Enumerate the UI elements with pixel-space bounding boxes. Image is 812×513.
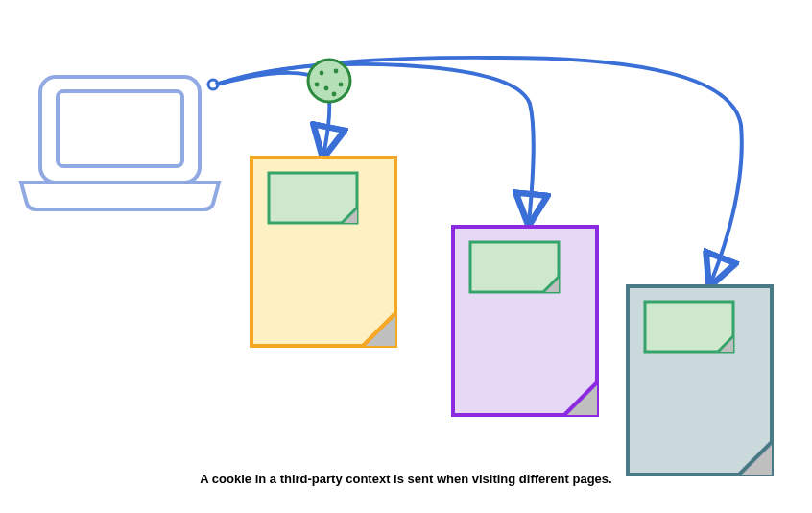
svg-point-4	[308, 60, 350, 102]
embedded-resource-3	[645, 302, 733, 352]
embedded-resource-1	[269, 173, 357, 223]
page-3	[628, 286, 772, 475]
svg-point-9	[332, 92, 337, 97]
page-1	[251, 158, 395, 346]
diagram-caption: A cookie in a third-party context is sen…	[0, 472, 812, 486]
svg-point-7	[339, 83, 344, 87]
svg-point-10	[315, 83, 320, 87]
page-2	[453, 227, 597, 415]
diagram-canvas	[0, 0, 812, 513]
svg-rect-3	[58, 91, 182, 166]
embedded-resource-2	[470, 242, 559, 292]
laptop-icon	[21, 77, 219, 209]
svg-point-8	[324, 86, 329, 91]
svg-point-6	[334, 69, 339, 74]
cookie-icon	[308, 60, 350, 102]
svg-point-5	[320, 71, 324, 76]
